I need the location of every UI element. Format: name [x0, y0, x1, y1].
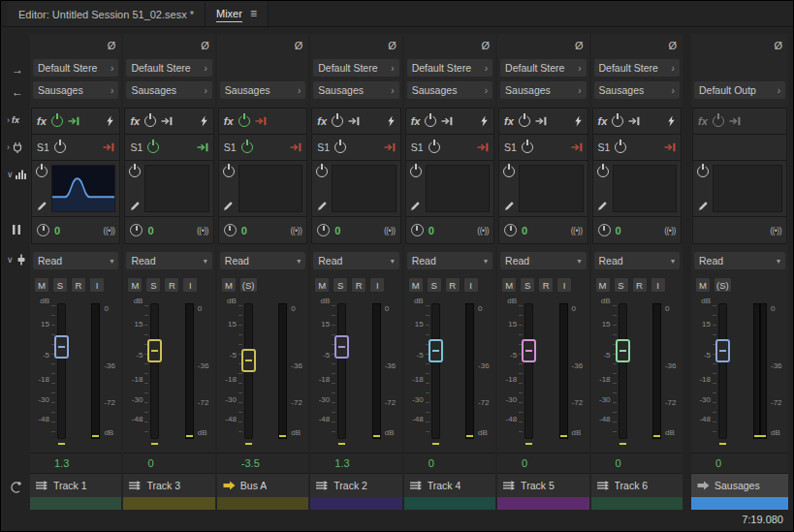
monitor-input-button[interactable]: I — [651, 277, 666, 293]
fx-power-button[interactable] — [713, 115, 724, 127]
pan-knob[interactable] — [317, 224, 330, 236]
volume-value[interactable]: 1.3 — [54, 457, 69, 469]
volume-value[interactable]: 0 — [429, 457, 434, 469]
fader-handle[interactable] — [522, 339, 536, 362]
eq-power-button[interactable] — [316, 166, 328, 177]
eq-graph-display[interactable] — [519, 165, 583, 212]
send-power-button[interactable] — [429, 141, 440, 153]
record-arm-button[interactable]: R — [538, 277, 554, 293]
pan-knob[interactable] — [224, 224, 237, 236]
volume-fader[interactable] — [524, 303, 533, 439]
fx-lightning-icon[interactable] — [387, 115, 396, 127]
send-prefader-icon[interactable] — [384, 142, 396, 152]
mute-button[interactable]: M — [314, 277, 330, 293]
phase-toggle-icon[interactable]: Ø — [482, 41, 491, 51]
record-arm-button[interactable]: R — [445, 277, 461, 293]
phase-toggle-icon[interactable]: Ø — [668, 41, 677, 51]
volume-fader[interactable] — [619, 303, 627, 439]
track-name-row[interactable]: Track 1 — [30, 474, 121, 497]
eq-edit-pencil-icon[interactable] — [130, 201, 141, 211]
eq-edit-pencil-icon[interactable] — [317, 201, 328, 211]
mute-button[interactable]: M — [501, 277, 517, 293]
send-prefader-icon[interactable] — [664, 142, 676, 152]
input-select[interactable]: Default Stere › — [500, 59, 586, 77]
eq-power-button[interactable] — [223, 166, 235, 177]
send-power-button[interactable] — [54, 141, 66, 153]
fader-handle[interactable] — [616, 339, 630, 362]
eq-edit-pencil-icon[interactable] — [597, 201, 608, 211]
volume-fader[interactable] — [244, 303, 253, 439]
fx-power-button[interactable] — [51, 115, 63, 127]
output-select[interactable]: Sausages › — [407, 81, 492, 99]
track-name-row[interactable]: Track 2 — [310, 474, 401, 497]
pan-knob[interactable] — [504, 224, 517, 236]
eq-graph-display[interactable] — [332, 165, 396, 212]
fx-prefader-icon[interactable] — [729, 116, 741, 126]
fx-power-button[interactable] — [425, 115, 436, 127]
pan-knob[interactable] — [411, 224, 424, 236]
record-arm-button[interactable]: R — [632, 277, 648, 293]
volume-fader[interactable] — [150, 303, 159, 439]
output-select[interactable]: Sausages › — [220, 81, 305, 99]
eq-graph-display[interactable] — [51, 165, 115, 212]
eq-graph-display[interactable] — [713, 165, 782, 212]
solo-button[interactable]: S — [52, 277, 68, 293]
fx-prefader-icon[interactable] — [348, 116, 360, 126]
send-power-button[interactable] — [615, 141, 626, 153]
fader-handle[interactable] — [147, 339, 162, 362]
fx-lightning-icon[interactable] — [667, 115, 676, 127]
track-name-row[interactable]: Sausages — [691, 474, 788, 497]
automation-mode-select[interactable]: Read ▾ — [126, 252, 211, 269]
send-prefader-icon[interactable] — [477, 142, 489, 152]
eq-edit-pencil-icon[interactable] — [698, 201, 709, 211]
fx-prefader-icon[interactable] — [441, 116, 453, 126]
eq-edit-pencil-icon[interactable] — [410, 201, 421, 211]
eq-graph-display[interactable] — [613, 165, 677, 212]
automation-mode-select[interactable]: Read ▾ — [500, 252, 586, 269]
phase-toggle-icon[interactable]: Ø — [108, 41, 116, 51]
pan-knob[interactable] — [37, 224, 49, 236]
automation-mode-select[interactable]: Read ▾ — [220, 252, 305, 269]
mute-button[interactable]: M — [408, 277, 424, 293]
output-select[interactable]: Sausages › — [313, 81, 398, 99]
send-prefader-icon[interactable] — [571, 142, 583, 152]
fx-lightning-icon[interactable] — [106, 115, 114, 127]
input-select[interactable]: Default Stere › — [594, 59, 680, 77]
eq-power-button[interactable] — [597, 166, 609, 177]
solo-button[interactable]: S — [427, 277, 442, 293]
volume-fader[interactable] — [718, 303, 727, 439]
fader-handle[interactable] — [715, 339, 730, 362]
output-select[interactable]: Sausages › — [126, 81, 211, 99]
fx-power-button[interactable] — [144, 115, 156, 127]
output-select[interactable]: Sausages › — [594, 81, 680, 99]
input-select[interactable]: Default Stere › — [407, 59, 492, 77]
send-power-button[interactable] — [522, 141, 533, 153]
panel-menu-icon[interactable]: ≡ — [250, 7, 257, 20]
monitor-input-button[interactable]: I — [556, 277, 572, 293]
eq-power-button[interactable] — [129, 166, 141, 177]
mute-button[interactable]: M — [221, 277, 237, 293]
track-name-row[interactable]: Track 4 — [404, 474, 495, 497]
meters-icon[interactable] — [11, 224, 22, 235]
automation-mode-select[interactable]: Read ▾ — [33, 252, 118, 269]
solo-button[interactable]: S — [520, 277, 535, 293]
automation-mode-select[interactable]: Read ▾ — [594, 252, 680, 269]
eq-power-button[interactable] — [36, 166, 48, 177]
automation-mode-select[interactable]: Read ▾ — [313, 252, 398, 269]
tab-mixer[interactable]: Mixer ≡ — [206, 1, 269, 26]
volume-fader[interactable] — [337, 303, 346, 439]
fx-prefader-icon[interactable] — [535, 116, 547, 126]
eq-graph-display[interactable] — [238, 165, 302, 212]
solo-button[interactable]: S — [614, 277, 629, 293]
volume-value[interactable]: 0 — [616, 457, 621, 469]
input-select[interactable]: Default Stere › — [313, 59, 398, 77]
volume-fader[interactable] — [57, 303, 66, 439]
automation-mode-select[interactable]: Read ▾ — [694, 252, 785, 269]
eq-power-button[interactable] — [503, 166, 515, 177]
track-name-row[interactable]: Track 3 — [123, 474, 214, 497]
eq-power-button[interactable] — [410, 166, 422, 177]
fx-prefader-icon[interactable] — [255, 116, 267, 126]
send-prefader-icon[interactable] — [197, 142, 208, 152]
fx-power-button[interactable] — [332, 115, 343, 127]
output-select[interactable]: Sausages › — [500, 81, 586, 99]
